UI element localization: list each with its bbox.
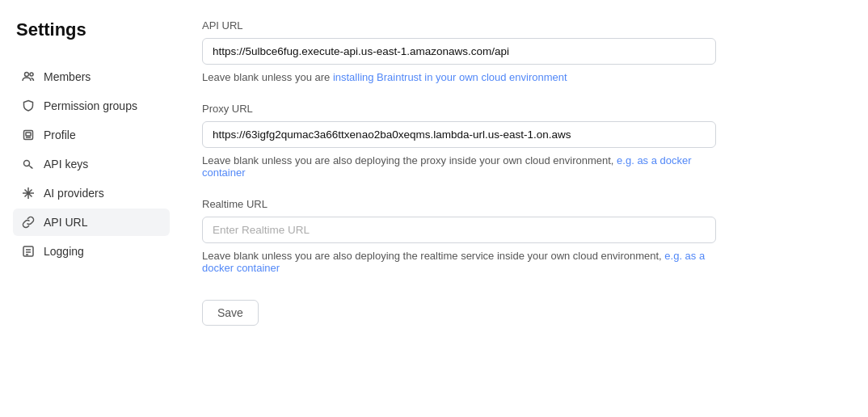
main-content: API URL Leave blank unless you are insta… — [170, 0, 868, 417]
sidebar-item-profile[interactable]: Profile — [13, 121, 170, 149]
svg-rect-2 — [24, 131, 33, 140]
sidebar-item-members[interactable]: Members — [13, 63, 170, 91]
svg-point-5 — [24, 161, 30, 166]
sidebar-item-api-url-label: API URL — [44, 216, 87, 229]
sidebar-item-permission-groups[interactable]: Permission groups — [13, 92, 170, 120]
sidebar-item-profile-label: Profile — [44, 128, 76, 141]
logging-icon — [21, 244, 36, 259]
link-icon — [21, 215, 36, 230]
sidebar-item-logging-label: Logging — [44, 245, 84, 258]
proxy-url-label: Proxy URL — [202, 103, 836, 115]
sidebar-item-permission-groups-label: Permission groups — [44, 99, 137, 112]
sidebar-item-members-label: Members — [44, 70, 91, 83]
sidebar: Settings Members Permission groups — [0, 0, 170, 417]
save-button[interactable]: Save — [202, 300, 259, 326]
svg-point-0 — [25, 73, 29, 77]
proxy-url-section: Proxy URL Leave blank unless you are als… — [202, 103, 836, 179]
api-url-help-link[interactable]: installing Braintrust in your own cloud … — [333, 71, 567, 83]
api-url-help: Leave blank unless you are installing Br… — [202, 71, 716, 83]
realtime-url-input[interactable] — [202, 217, 716, 243]
page-title: Settings — [13, 19, 170, 40]
sparkle-icon — [21, 186, 36, 200]
proxy-url-help: Leave blank unless you are also deployin… — [202, 154, 716, 179]
people-icon — [21, 70, 36, 84]
api-url-input[interactable] — [202, 38, 716, 65]
sidebar-item-api-keys[interactable]: API keys — [13, 150, 170, 178]
realtime-url-section: Realtime URL Leave blank unless you are … — [202, 198, 836, 274]
proxy-url-input[interactable] — [202, 121, 716, 148]
sidebar-item-logging[interactable]: Logging — [13, 238, 170, 265]
sidebar-item-ai-providers[interactable]: AI providers — [13, 179, 170, 207]
svg-point-1 — [30, 73, 33, 76]
shield-icon — [21, 99, 36, 113]
svg-rect-3 — [26, 133, 31, 136]
api-url-label: API URL — [202, 19, 836, 32]
sidebar-item-api-url[interactable]: API URL — [13, 208, 170, 236]
profile-icon — [21, 128, 36, 142]
realtime-url-label: Realtime URL — [202, 198, 836, 210]
key-icon — [21, 157, 36, 171]
sidebar-item-ai-providers-label: AI providers — [44, 187, 104, 200]
sidebar-item-api-keys-label: API keys — [44, 158, 88, 171]
api-url-section: API URL Leave blank unless you are insta… — [202, 19, 836, 83]
realtime-url-help: Leave blank unless you are also deployin… — [202, 250, 716, 274]
